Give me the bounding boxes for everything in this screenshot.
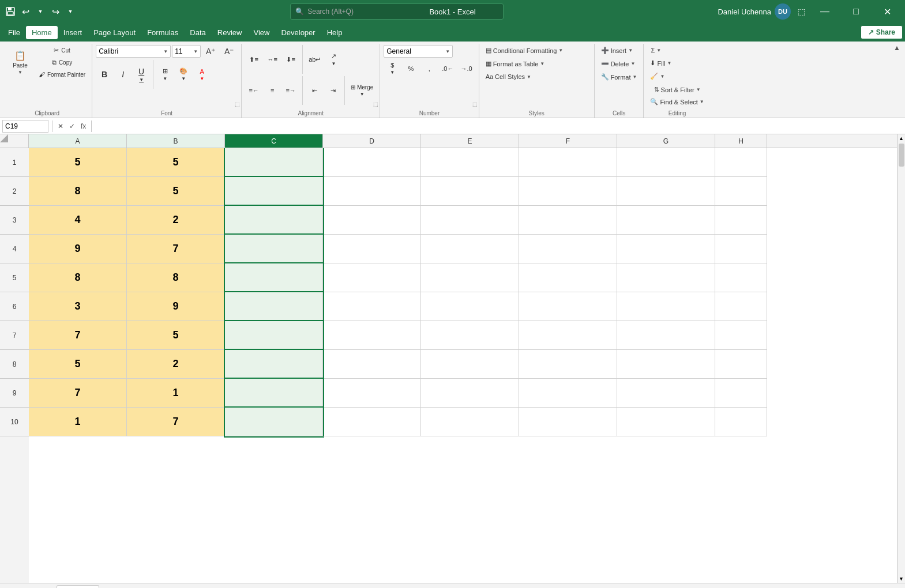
cell-D10[interactable] bbox=[323, 408, 421, 436]
cancel-formula-icon[interactable]: ✕ bbox=[56, 122, 65, 130]
row-header-2[interactable]: 2 bbox=[0, 177, 29, 206]
percent-button[interactable]: % bbox=[402, 63, 419, 74]
autosum-button[interactable]: Σ ▼ bbox=[647, 45, 664, 55]
insert-button[interactable]: ➕ Insert ▼ bbox=[598, 45, 636, 56]
cell-H7[interactable] bbox=[715, 321, 767, 350]
cell-C7[interactable] bbox=[225, 321, 323, 350]
cell-F1[interactable] bbox=[519, 148, 617, 177]
cell-C8[interactable] bbox=[225, 350, 323, 379]
cell-A9[interactable]: 7 bbox=[29, 379, 127, 408]
cell-H6[interactable] bbox=[715, 292, 767, 321]
format-as-table-button[interactable]: ▦ Format as Table ▼ bbox=[483, 58, 548, 69]
cell-G5[interactable] bbox=[617, 263, 715, 292]
col-header-A[interactable]: A bbox=[29, 134, 127, 148]
fill-color-button[interactable]: 🎨 ▼ bbox=[175, 66, 192, 83]
paste-button[interactable]: 📋 Paste ▼ bbox=[6, 46, 35, 78]
undo-icon[interactable]: ↩ bbox=[20, 6, 31, 17]
cell-C4[interactable] bbox=[225, 235, 323, 263]
right-scrollbar[interactable]: ▲ ▼ bbox=[897, 134, 905, 583]
cell-C9[interactable] bbox=[225, 379, 323, 408]
col-header-H[interactable]: H bbox=[715, 134, 767, 148]
col-header-E[interactable]: E bbox=[421, 134, 519, 148]
cell-A7[interactable]: 7 bbox=[29, 321, 127, 350]
cell-G8[interactable] bbox=[617, 350, 715, 379]
align-middle-button[interactable]: ↔≡ bbox=[264, 54, 281, 65]
menu-view[interactable]: View bbox=[247, 26, 275, 39]
cell-H5[interactable] bbox=[715, 263, 767, 292]
cell-E6[interactable] bbox=[421, 292, 519, 321]
add-sheet-button[interactable]: ＋ bbox=[102, 585, 115, 589]
increase-indent-button[interactable]: ⇥ bbox=[324, 85, 341, 96]
borders-button[interactable]: ⊞ ▼ bbox=[156, 66, 174, 83]
cell-B3[interactable]: 2 bbox=[127, 206, 225, 235]
col-header-C[interactable]: C bbox=[225, 134, 323, 148]
cell-H4[interactable] bbox=[715, 235, 767, 263]
accept-formula-icon[interactable]: ✓ bbox=[67, 122, 77, 130]
cell-D8[interactable] bbox=[323, 350, 421, 379]
cell-E1[interactable] bbox=[421, 148, 519, 177]
cell-C5[interactable] bbox=[225, 263, 323, 292]
currency-button[interactable]: $▼ bbox=[384, 60, 401, 77]
menu-help[interactable]: Help bbox=[321, 26, 348, 39]
cell-A8[interactable]: 5 bbox=[29, 350, 127, 379]
col-header-F[interactable]: F bbox=[519, 134, 617, 148]
ribbon-collapse-button[interactable]: ▲ bbox=[893, 44, 900, 52]
cell-B1[interactable]: 5 bbox=[127, 148, 225, 177]
user-area[interactable]: Daniel Uchenna DU bbox=[718, 3, 791, 20]
cell-styles-button[interactable]: Aa Cell Styles ▼ bbox=[483, 71, 534, 82]
orientation-button[interactable]: ↗▼ bbox=[325, 51, 342, 68]
cell-B8[interactable]: 2 bbox=[127, 350, 225, 379]
fill-button[interactable]: ⬇ Fill ▼ bbox=[647, 58, 674, 69]
cell-C2[interactable] bbox=[225, 177, 323, 206]
cell-C10[interactable] bbox=[225, 408, 323, 436]
cell-G2[interactable] bbox=[617, 177, 715, 206]
cell-E5[interactable] bbox=[421, 263, 519, 292]
cell-H1[interactable] bbox=[715, 148, 767, 177]
cell-F6[interactable] bbox=[519, 292, 617, 321]
cell-D4[interactable] bbox=[323, 235, 421, 263]
menu-insert[interactable]: Insert bbox=[58, 26, 88, 39]
cell-A1[interactable]: 5 bbox=[29, 148, 127, 177]
share-button[interactable]: ↗ Share bbox=[861, 25, 903, 39]
cell-E4[interactable] bbox=[421, 235, 519, 263]
cell-B4[interactable]: 7 bbox=[127, 235, 225, 263]
bold-button[interactable]: B bbox=[96, 68, 113, 81]
cell-E7[interactable] bbox=[421, 321, 519, 350]
cell-D5[interactable] bbox=[323, 263, 421, 292]
decrease-decimal-button[interactable]: .0← bbox=[439, 63, 456, 74]
cell-C1[interactable] bbox=[225, 148, 323, 177]
comma-button[interactable]: , bbox=[420, 63, 438, 74]
row-header-5[interactable]: 5 bbox=[0, 263, 29, 292]
cell-E10[interactable] bbox=[421, 408, 519, 436]
cell-A2[interactable]: 8 bbox=[29, 177, 127, 206]
corner-header[interactable] bbox=[0, 134, 29, 148]
format-painter-button[interactable]: 🖌 Format Painter bbox=[36, 69, 88, 80]
maximize-button[interactable]: □ bbox=[843, 0, 869, 23]
cell-F5[interactable] bbox=[519, 263, 617, 292]
col-header-D[interactable]: D bbox=[323, 134, 421, 148]
minimize-button[interactable]: — bbox=[812, 0, 838, 23]
italic-button[interactable]: I bbox=[114, 68, 132, 81]
quick-access-icon[interactable]: ▼ bbox=[65, 6, 76, 17]
row-header-4[interactable]: 4 bbox=[0, 235, 29, 263]
cell-G3[interactable] bbox=[617, 206, 715, 235]
increase-decimal-button[interactable]: →.0 bbox=[457, 63, 475, 74]
menu-formulas[interactable]: Formulas bbox=[141, 26, 184, 39]
scroll-down-button[interactable]: ▼ bbox=[898, 575, 905, 583]
cell-E8[interactable] bbox=[421, 350, 519, 379]
cell-B6[interactable]: 9 bbox=[127, 292, 225, 321]
cell-A3[interactable]: 4 bbox=[29, 206, 127, 235]
cell-B7[interactable]: 5 bbox=[127, 321, 225, 350]
cell-B5[interactable]: 8 bbox=[127, 263, 225, 292]
cell-C6[interactable] bbox=[225, 292, 323, 321]
cell-E9[interactable] bbox=[421, 379, 519, 408]
cell-D6[interactable] bbox=[323, 292, 421, 321]
cell-B9[interactable]: 1 bbox=[127, 379, 225, 408]
underline-button[interactable]: U ▼ bbox=[133, 65, 150, 84]
save-icon[interactable] bbox=[5, 6, 16, 17]
close-button[interactable]: ✕ bbox=[874, 0, 900, 23]
cell-G9[interactable] bbox=[617, 379, 715, 408]
merge-center-button[interactable]: ⊞ Merge ▼ bbox=[348, 82, 376, 99]
insert-function-icon[interactable]: fx bbox=[79, 122, 88, 130]
wrap-text-button[interactable]: ab↵ bbox=[306, 54, 324, 65]
